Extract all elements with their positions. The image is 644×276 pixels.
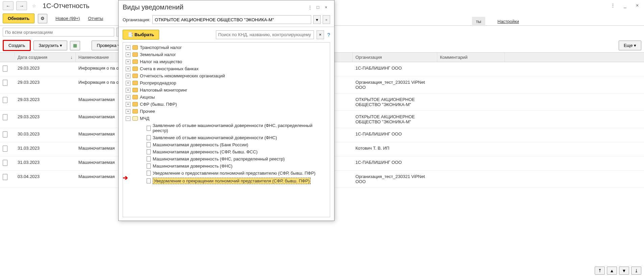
org-input[interactable] [152, 15, 311, 24]
expand-icon[interactable]: + [126, 102, 130, 107]
folder-icon [132, 45, 138, 50]
tree-item[interactable]: Заявление об отзыве машиночитаемой довер… [123, 122, 330, 134]
org-filter-input[interactable] [3, 28, 114, 36]
folder-icon [132, 95, 138, 99]
tree-folder[interactable]: +Налоговый мониторинг [123, 86, 330, 94]
folder-label: Транспортный налог [140, 45, 182, 50]
expand-icon[interactable]: + [126, 74, 130, 78]
folder-icon [132, 67, 138, 71]
tree-folder-open[interactable]: −МЧД [123, 115, 330, 122]
gear-button[interactable]: ⚙ [38, 14, 47, 23]
tree-item[interactable]: Машиночитаемая доверенность (Банк России… [123, 141, 330, 148]
cell-org: ОТКРЫТОЕ АКЦИОНЕРНОЕ ОБЩЕСТВО "ЭКОНИКА-М… [353, 94, 437, 110]
folder-label: Прочее [140, 109, 155, 114]
item-label: Заявление об отзыве машиночитаемой довер… [153, 135, 277, 140]
item-label: Заявление об отзыве машиночитаемой довер… [153, 123, 327, 133]
col-comment[interactable]: Комментарий [440, 55, 468, 60]
search-input[interactable] [216, 30, 314, 39]
cell-org: ОТКРЫТОЕ АКЦИОНЕРНОЕ ОБЩЕСТВО "ЭКОНИКА-М… [353, 111, 437, 128]
tree-view[interactable]: +Транспортный налог+Земельный налог+Нало… [123, 42, 330, 188]
document-icon [3, 66, 7, 72]
tree-folder[interactable]: +Земельный налог [123, 51, 330, 58]
folder-icon [132, 81, 138, 85]
cell-comment [437, 128, 505, 135]
tree-item[interactable]: Уведомление о предоставлении полномочий … [123, 170, 330, 177]
load-button[interactable]: Загрузить ▾ [33, 41, 67, 50]
tree-item[interactable]: Заявление об отзыве машиночитаемой довер… [123, 134, 330, 141]
file-icon [147, 142, 151, 147]
cell-org: 1С-ПАБЛИШИНГ ООО [353, 156, 437, 168]
create-button[interactable]: Создать [3, 40, 31, 51]
tree-item[interactable]: Машиночитаемая доверенность (ФНС) [123, 162, 330, 170]
excel-export-button[interactable]: ▦ [70, 41, 80, 50]
document-icon [3, 80, 7, 86]
search-clear-button[interactable]: × [317, 30, 324, 39]
window-minimize-icon[interactable]: _ [621, 1, 629, 9]
tree-item-highlighted[interactable]: ➔Уведомление о прекращении полномочий пр… [123, 177, 330, 185]
window-menu-icon[interactable]: ⋮ [609, 1, 617, 9]
expand-icon[interactable]: + [126, 109, 130, 114]
select-icon: 📑 [128, 32, 133, 37]
dialog-maximize-icon[interactable]: □ [314, 3, 322, 11]
expand-icon[interactable]: + [126, 52, 130, 57]
dialog-menu-icon[interactable]: ⋮ [306, 3, 314, 11]
tree-folder[interactable]: +Прочее [123, 108, 330, 115]
folder-label: СФР (бывш. ПФР) [140, 102, 177, 107]
folder-label: МЧД [140, 116, 149, 121]
cell-comment [437, 111, 505, 118]
link-new[interactable]: Новое (99+) [55, 16, 80, 21]
expand-icon[interactable]: + [126, 59, 130, 64]
document-icon [3, 97, 7, 103]
tree-item[interactable]: Машиночитаемая доверенность (ФНС, распре… [123, 155, 330, 162]
cell-comment [437, 156, 505, 163]
col-date[interactable]: Дата создания [18, 55, 47, 60]
tree-folder[interactable]: +Транспортный налог [123, 44, 330, 51]
col-name[interactable]: Наименование [78, 55, 109, 60]
org-open-button[interactable]: ▫ [323, 15, 330, 24]
tree-folder[interactable]: +СФР (бывш. ПФР) [123, 101, 330, 108]
file-icon [147, 178, 151, 183]
dialog-close-icon[interactable]: × [322, 3, 330, 11]
expand-icon[interactable]: + [126, 81, 130, 85]
nav-back-button[interactable]: ← [3, 1, 14, 10]
help-icon[interactable]: ? [327, 32, 330, 37]
toolbar-links: Новое (99+) Отчеты [55, 16, 103, 21]
folder-label: Земельный налог [140, 52, 176, 57]
folder-label: Отчетность некоммерческих организаций [140, 73, 225, 78]
expand-icon[interactable]: + [126, 95, 130, 100]
folder-open-icon [132, 116, 138, 121]
org-dropdown-button[interactable]: ▾ [313, 15, 321, 24]
item-label: Машиночитаемая доверенность (СФР, бывш. … [153, 149, 257, 154]
tree-item[interactable]: Машиночитаемая доверенность (СФР, бывш. … [123, 148, 330, 155]
cell-comment [437, 94, 505, 100]
nav-forward-button[interactable]: → [16, 1, 27, 10]
tree-folder[interactable]: +Росприроднадзор [123, 79, 330, 86]
window-close-icon[interactable]: × [633, 1, 641, 9]
file-icon [147, 135, 151, 140]
document-icon [3, 131, 7, 137]
link-settings[interactable]: Настройки [497, 19, 519, 24]
more-button[interactable]: Еще ▾ [619, 41, 641, 50]
tree-folder[interactable]: +Акцизы [123, 94, 330, 101]
folder-icon [132, 59, 138, 64]
tree-folder[interactable]: +Счета в иностранных банках [123, 65, 330, 72]
cell-date: 30.03.2023 [15, 128, 76, 140]
expand-icon[interactable]: + [126, 88, 130, 93]
expand-icon[interactable]: + [126, 67, 130, 71]
tree-folder[interactable]: +Отчетность некоммерческих организаций [123, 72, 330, 79]
select-button[interactable]: 📑Выбрать [123, 30, 159, 40]
link-reports[interactable]: Отчеты [88, 16, 103, 21]
tree-folder[interactable]: +Налог на имущество [123, 58, 330, 65]
col-org[interactable]: Организация [355, 55, 382, 60]
cell-date: 29.03.2023 [15, 111, 76, 123]
collapse-icon[interactable]: − [126, 116, 130, 121]
gear-icon: ⚙ [41, 16, 45, 21]
folder-icon [132, 74, 138, 78]
refresh-button[interactable]: Обновить [3, 14, 34, 23]
link-notifications[interactable]: ты [472, 17, 485, 26]
cell-date: 31.03.2023 [15, 156, 76, 168]
document-icon [3, 174, 7, 180]
favorite-star-icon[interactable]: ☆ [30, 1, 39, 10]
expand-icon[interactable]: + [126, 45, 130, 50]
folder-icon [132, 109, 138, 114]
